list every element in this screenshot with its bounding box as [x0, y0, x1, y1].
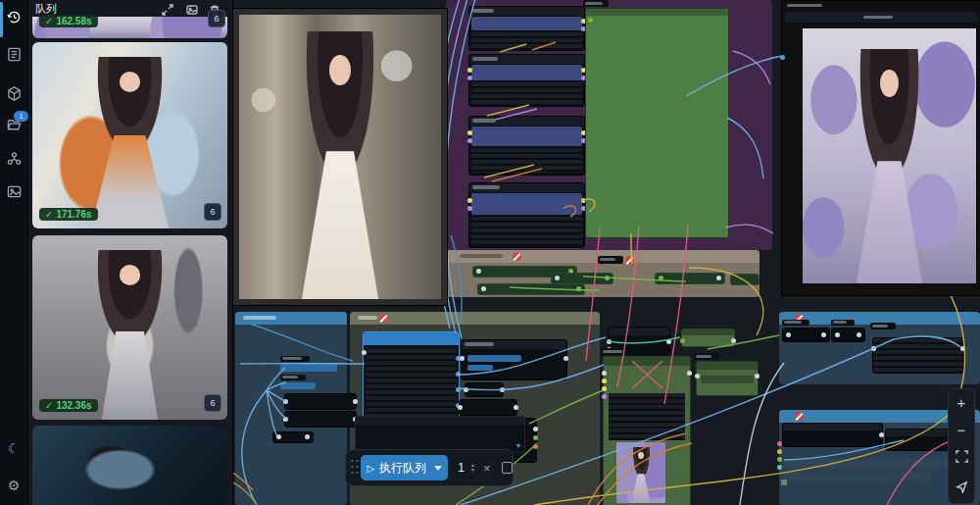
- node-green-panel[interactable]: [585, 8, 729, 238]
- cancel-run-icon[interactable]: ×: [483, 461, 491, 476]
- node-tag[interactable]: [601, 348, 630, 355]
- input-dot[interactable]: [871, 346, 876, 351]
- node-collapsed[interactable]: [465, 382, 504, 397]
- input-dot[interactable]: [467, 76, 472, 80]
- output-dot[interactable]: [533, 444, 538, 449]
- widget-row[interactable]: [785, 12, 977, 23]
- node-collapsed[interactable]: [284, 393, 357, 410]
- node-green-small[interactable]: [696, 361, 759, 396]
- node-clip-text-encode-1[interactable]: [468, 6, 585, 51]
- node-save-image[interactable]: [781, 0, 980, 296]
- queue-item[interactable]: [32, 426, 227, 505]
- sidebar-item-node-map[interactable]: [5, 149, 23, 167]
- node-collapsed[interactable]: [284, 411, 357, 428]
- output-dot[interactable]: [564, 356, 568, 361]
- node-clip-text-encode-2[interactable]: [468, 54, 585, 107]
- node-tag[interactable]: [870, 323, 896, 329]
- node-collapsed[interactable]: [782, 328, 830, 342]
- input-dot[interactable]: [467, 138, 472, 143]
- output-dot[interactable]: [960, 346, 965, 351]
- node-tag[interactable]: [694, 353, 719, 360]
- output-dot[interactable]: [533, 435, 538, 440]
- node-tag[interactable]: [583, 0, 609, 7]
- input-dot[interactable]: [467, 130, 472, 135]
- node-tag[interactable]: [280, 356, 310, 362]
- image-filter-icon[interactable]: [186, 2, 198, 14]
- toolbar-drag-handle[interactable]: [350, 458, 359, 478]
- node-sampler-config[interactable]: [461, 339, 567, 380]
- node-clip-text-encode-3[interactable]: [468, 116, 585, 176]
- node-collapsed[interactable]: [730, 274, 760, 285]
- input-dot[interactable]: [780, 55, 785, 60]
- node-title-bar: [356, 417, 524, 425]
- batch-count-stepper[interactable]: ▴ ▾: [471, 463, 474, 473]
- node-collapsed[interactable]: [272, 431, 314, 443]
- input-dot[interactable]: [467, 206, 472, 211]
- node-tag[interactable]: [280, 375, 306, 380]
- settings-gear-icon[interactable]: ⚙: [5, 477, 23, 494]
- widget-combo[interactable]: [280, 382, 316, 389]
- input-dot[interactable]: [602, 386, 607, 391]
- input-dot[interactable]: [777, 449, 782, 454]
- sidebar-item-gallery[interactable]: [5, 182, 23, 200]
- chevron-down-icon[interactable]: ▾: [516, 441, 520, 450]
- input-dot[interactable]: [777, 457, 782, 462]
- pan-mode-cursor-button[interactable]: [956, 480, 968, 497]
- output-dot[interactable]: [456, 387, 461, 392]
- node-image-preview-large[interactable]: [232, 8, 448, 306]
- input-dot[interactable]: [460, 356, 465, 361]
- sidebar-item-queue-history[interactable]: [5, 8, 23, 25]
- node-collapsed[interactable]: [831, 328, 865, 342]
- input-dot[interactable]: [777, 441, 782, 446]
- input-dot[interactable]: [680, 338, 685, 343]
- node-tag[interactable]: [598, 256, 623, 264]
- queue-panel-header: 队列: [27, 0, 232, 16]
- input-dot[interactable]: [362, 350, 367, 355]
- node-green-collapsed[interactable]: [681, 328, 735, 347]
- node-collapsed[interactable]: [551, 273, 613, 284]
- zoom-in-button[interactable]: +: [957, 395, 966, 410]
- sidebar-item-workflows-folder[interactable]: 1: [5, 116, 23, 133]
- output-dot[interactable]: [666, 339, 671, 344]
- node-clip-text-encode-4[interactable]: [468, 182, 585, 248]
- batch-count-value[interactable]: 1: [452, 461, 470, 475]
- node-behind-toolbar[interactable]: ▾: [355, 416, 525, 453]
- queue-item[interactable]: ✓ 171.76s 6: [32, 42, 227, 228]
- input-dot[interactable]: [607, 339, 612, 344]
- input-dot[interactable]: [467, 68, 472, 73]
- fit-view-button[interactable]: [956, 449, 968, 467]
- output-dot[interactable]: [533, 427, 538, 431]
- sidebar-item-model-library[interactable]: [5, 84, 23, 102]
- zoom-out-button[interactable]: −: [957, 423, 966, 437]
- sidebar-item-logs[interactable]: [5, 45, 23, 63]
- output-dot[interactable]: [687, 371, 692, 376]
- widget-combo[interactable]: [280, 364, 337, 372]
- stop-icon[interactable]: [502, 462, 513, 474]
- input-dot[interactable]: [602, 371, 607, 376]
- input-dot[interactable]: [777, 465, 782, 470]
- node-collapsed[interactable]: [477, 283, 585, 295]
- node-collapsed-wide[interactable]: [782, 423, 883, 447]
- theme-toggle-moon-icon[interactable]: ☾: [5, 439, 23, 457]
- node-collapsed[interactable]: [459, 399, 517, 416]
- expand-panel-icon[interactable]: [162, 2, 173, 14]
- input-dot[interactable]: [588, 18, 593, 23]
- queue-item[interactable]: ✓ 132.36s 6: [32, 235, 227, 420]
- chevron-down-icon[interactable]: [434, 466, 442, 471]
- input-dot[interactable]: [602, 379, 607, 383]
- node-title-bar: [469, 7, 584, 16]
- input-dot[interactable]: [695, 374, 700, 379]
- output-dot[interactable]: [731, 338, 736, 343]
- node-textarea[interactable]: [872, 337, 964, 374]
- node-tag[interactable]: [782, 320, 809, 326]
- run-queue-button[interactable]: ▷ 执行队列: [361, 455, 448, 480]
- node-collapsed[interactable]: [655, 273, 725, 284]
- node-tag[interactable]: [831, 320, 855, 326]
- step-down-icon[interactable]: ▾: [471, 468, 474, 473]
- input-dot[interactable]: [467, 198, 472, 203]
- output-dot[interactable]: [879, 432, 884, 437]
- queue-panel: 队列 ✓ 162.58s 6 ✓ 171.76s 6 ✓: [27, 0, 233, 505]
- input-dot[interactable]: [602, 394, 607, 399]
- node-ksampler-green[interactable]: [603, 356, 691, 505]
- output-dot[interactable]: [755, 374, 760, 379]
